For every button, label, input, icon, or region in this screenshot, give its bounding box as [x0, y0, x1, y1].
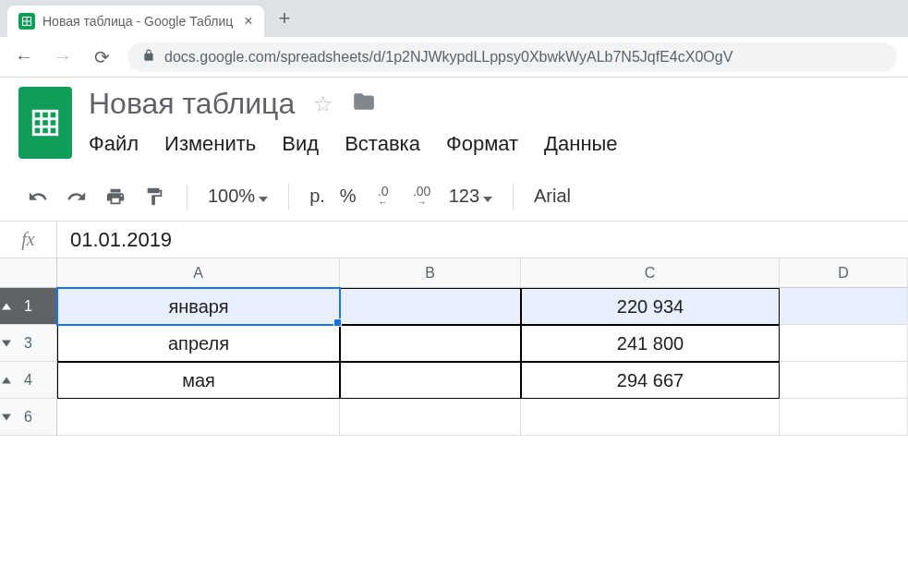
menu-bar: Файл Изменить Вид Вставка Формат Данные [89, 132, 618, 156]
cell[interactable] [340, 399, 521, 436]
cell[interactable]: мая [57, 362, 340, 399]
cell[interactable] [57, 399, 340, 436]
menu-file[interactable]: Файл [89, 132, 139, 156]
decrease-decimal-button[interactable]: .0← [366, 179, 401, 214]
collapse-up-icon[interactable] [2, 303, 11, 309]
browser-tab[interactable]: Новая таблица - Google Таблиц × [7, 6, 264, 37]
svg-rect-3 [33, 111, 57, 135]
percent-button[interactable]: % [334, 186, 362, 207]
cell[interactable] [780, 362, 908, 399]
cell[interactable] [340, 288, 521, 325]
col-header-d[interactable]: D [780, 258, 908, 288]
menu-view[interactable]: Вид [282, 132, 319, 156]
star-icon[interactable]: ☆ [313, 91, 333, 117]
row-header[interactable]: 4 [0, 362, 57, 399]
cell[interactable] [780, 325, 908, 362]
address-bar: ← → ⟳ docs.google.com/spreadsheets/d/1p2… [0, 37, 908, 78]
currency-button[interactable]: р. [304, 186, 331, 207]
cell[interactable] [340, 325, 521, 362]
reload-button[interactable]: ⟳ [89, 46, 115, 68]
menu-data[interactable]: Данные [544, 132, 617, 156]
menu-insert[interactable]: Вставка [345, 132, 420, 156]
cell[interactable]: 294 667 [521, 362, 780, 399]
cell[interactable]: января [57, 288, 340, 325]
font-selector[interactable]: Arial [528, 186, 576, 207]
print-button[interactable] [98, 179, 133, 214]
more-formats-button[interactable]: 123 [443, 186, 498, 207]
url-text: docs.google.com/spreadsheets/d/1p2NJWkyp… [164, 49, 732, 66]
col-header-c[interactable]: C [521, 258, 780, 288]
select-all-corner[interactable] [0, 258, 57, 288]
col-header-b[interactable]: B [340, 258, 521, 288]
zoom-selector[interactable]: 100% [202, 186, 273, 207]
increase-decimal-button[interactable]: .00→ [405, 179, 440, 214]
url-input[interactable]: docs.google.com/spreadsheets/d/1p2NJWkyp… [127, 42, 897, 72]
redo-button[interactable] [59, 179, 94, 214]
cell[interactable] [780, 399, 908, 436]
forward-button[interactable]: → [50, 46, 76, 67]
cell[interactable]: 220 934 [521, 288, 780, 325]
back-button[interactable]: ← [11, 46, 37, 67]
expand-down-icon[interactable] [2, 340, 11, 346]
paint-format-button[interactable] [137, 179, 172, 214]
doc-title[interactable]: Новая таблица [89, 87, 295, 121]
expand-down-icon[interactable] [2, 414, 11, 420]
formula-bar: fx 01.01.2019 [0, 222, 908, 258]
cell[interactable] [780, 288, 908, 325]
cell[interactable]: 241 800 [521, 325, 780, 362]
formula-input[interactable]: 01.01.2019 [57, 228, 908, 252]
doc-header: Новая таблица ☆ Файл Изменить Вид Вставк… [0, 78, 908, 159]
row-header[interactable]: 1 [0, 288, 57, 325]
toolbar: 100% р. % .0← .00→ 123 Arial [0, 172, 908, 222]
sheets-favicon [18, 13, 35, 30]
chevron-down-icon [259, 197, 268, 202]
folder-icon[interactable] [352, 90, 376, 119]
cell[interactable]: апреля [57, 325, 340, 362]
close-tab-icon[interactable]: × [244, 13, 252, 30]
menu-format[interactable]: Формат [446, 132, 518, 156]
cell[interactable] [521, 399, 780, 436]
row-header[interactable]: 6 [0, 399, 57, 436]
cell[interactable] [340, 362, 521, 399]
tab-title: Новая таблица - Google Таблиц [42, 14, 233, 29]
lock-icon [142, 49, 155, 66]
menu-edit[interactable]: Изменить [164, 132, 256, 156]
spreadsheet-grid: A B C D 1января220 9343апреля241 8004мая… [0, 258, 908, 436]
chevron-down-icon [483, 197, 492, 202]
new-tab-button[interactable]: + [264, 6, 306, 30]
row-header[interactable]: 3 [0, 325, 57, 362]
fx-label: fx [0, 222, 57, 258]
col-header-a[interactable]: A [57, 258, 340, 288]
browser-tab-strip: Новая таблица - Google Таблиц × + [0, 0, 908, 37]
sheets-logo-icon[interactable] [18, 87, 72, 159]
undo-button[interactable] [20, 179, 55, 214]
collapse-up-icon[interactable] [2, 377, 11, 383]
